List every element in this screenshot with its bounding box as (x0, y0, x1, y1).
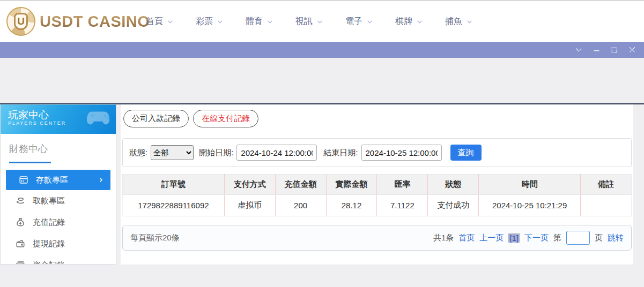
chevron-down-icon (366, 18, 373, 25)
sidebar-menu: 存款專區 取款專區 充值記錄 提現記錄 資金記錄 (1, 170, 116, 265)
sidebar-item-withdraw[interactable]: 取款專區 (1, 190, 116, 212)
logo-monogram: U (14, 13, 28, 30)
pagination-bar: 每頁顯示20條 共1条 首页 上一页 [1] 下一页 第 页 跳转 (122, 225, 632, 251)
table-cell-pay-method: 虚拟币 (224, 195, 275, 216)
search-button[interactable]: 查詢 (450, 145, 482, 161)
page-size-text: 每頁顯示20條 (130, 233, 180, 243)
prev-page-link[interactable]: 上一页 (479, 233, 504, 243)
nav-item-board-games[interactable]: 棋牌 (395, 16, 423, 27)
table-header-cell: 備註 (581, 175, 632, 195)
chevron-down-icon (217, 18, 224, 25)
sidebar-item-label: 提現記錄 (33, 239, 65, 249)
table-header-cell: 匯率 (377, 175, 428, 195)
chevron-down-icon (267, 18, 273, 25)
jump-prefix-text: 第 (553, 233, 561, 243)
chevron-down-icon (466, 18, 473, 25)
minimize-icon[interactable] (593, 46, 601, 54)
status-label: 狀態: (129, 148, 147, 158)
logo-text: USDT CASINO (40, 13, 150, 31)
sidebar-item-recharge-records[interactable]: 充值記錄 (1, 212, 116, 233)
nav-item-label: 電子 (345, 16, 362, 27)
main-panel: 公司入款記錄 在線支付記錄 狀態: 全部 開始日期: 結束日期: 查詢 (121, 104, 633, 265)
table-cell-actual-amount: 28.12 (326, 195, 377, 216)
table-cell-rate: 7.1122 (377, 195, 428, 216)
table-header-cell: 支付方式 (224, 175, 275, 195)
table-header-cell: 充值金額 (275, 175, 326, 195)
screen: U USDT CASINO 首頁 彩票 體育 視訊 電子 (0, 0, 644, 287)
tab-label: 在線支付記錄 (202, 114, 250, 124)
chevron-down-icon (316, 18, 323, 25)
chevron-right-icon (98, 177, 104, 183)
withdrawal-wallet-icon (16, 239, 25, 248)
withdraw-hand-icon (16, 196, 25, 206)
table-cell-status: 支付成功 (428, 195, 479, 216)
record-tabs: 公司入款記錄 在線支付記錄 (123, 110, 258, 127)
first-page-link[interactable]: 首页 (458, 233, 475, 243)
logo-ball-icon: U (6, 7, 35, 36)
sidebar-item-label: 充值記錄 (33, 217, 65, 228)
main-nav: 首頁 彩票 體育 視訊 電子 棋牌 (146, 1, 473, 42)
table-header-cell: 時間 (479, 175, 581, 195)
chevron-down-icon (167, 18, 174, 25)
section-title: 財務中心 (9, 142, 107, 155)
close-icon[interactable] (628, 46, 636, 54)
table-cell-time: 2024-10-25 10:21:29 (479, 195, 581, 216)
maximize-icon[interactable] (610, 46, 618, 54)
end-date-input[interactable] (361, 145, 442, 161)
sidebar-header: 玩家中心 PLAYERS CENTER (1, 104, 116, 134)
end-date-label: 結束日期: (323, 148, 358, 158)
nav-item-label: 體育 (246, 16, 263, 27)
nav-item-label: 捕魚 (445, 16, 462, 27)
pager: 共1条 首页 上一页 [1] 下一页 第 页 跳转 (433, 231, 624, 245)
logo[interactable]: U USDT CASINO (6, 7, 150, 36)
status-select[interactable]: 全部 (151, 145, 194, 160)
filter-bar: 狀態: 全部 開始日期: 結束日期: 查詢 (122, 138, 632, 167)
nav-item-sports[interactable]: 體育 (246, 16, 273, 27)
start-date-input[interactable] (236, 145, 317, 161)
deposit-card-icon (19, 175, 28, 185)
total-count-text: 共1条 (433, 233, 454, 243)
table-cell-order-no: 1729822889116092 (123, 195, 225, 216)
tab-online-payment-records[interactable]: 在線支付記錄 (193, 110, 258, 127)
next-page-link[interactable]: 下一页 (524, 233, 549, 243)
site-header: U USDT CASINO 首頁 彩票 體育 視訊 電子 (0, 1, 644, 42)
chevron-down-icon[interactable] (574, 46, 583, 54)
table-header-cell: 訂單號 (123, 175, 225, 195)
jump-button[interactable]: 跳转 (608, 233, 624, 243)
nav-item-lottery[interactable]: 彩票 (196, 16, 224, 27)
sidebar-item-label: 存款專區 (36, 175, 68, 185)
records-table-wrap: 訂單號 支付方式 充值金額 實際金額 匯率 狀態 時間 備註 172982288… (122, 174, 632, 216)
nav-item-home[interactable]: 首頁 (146, 16, 174, 27)
table-header-cell: 狀態 (428, 175, 479, 195)
table-row: 1729822889116092 虚拟币 200 28.12 7.1122 支付… (123, 195, 632, 216)
tab-company-deposit-records[interactable]: 公司入款記錄 (123, 110, 189, 127)
tab-label: 公司入款記錄 (132, 114, 180, 124)
nav-item-live-video[interactable]: 視訊 (295, 16, 323, 27)
table-cell-remark (581, 195, 632, 216)
chevron-down-icon (416, 18, 423, 25)
gamepad-icon (86, 109, 110, 127)
table-header-row: 訂單號 支付方式 充值金額 實際金額 匯率 狀態 時間 備註 (123, 175, 632, 195)
jump-suffix-text: 页 (595, 233, 603, 243)
sidebar-item-funds-records[interactable]: 資金記錄 (1, 254, 116, 265)
funds-cash-icon (16, 260, 25, 265)
nav-item-label: 彩票 (196, 16, 213, 27)
sidebar: 玩家中心 PLAYERS CENTER 財務中心 存款專區 取款專區 充值記錄 (0, 104, 116, 265)
nav-item-label: 視訊 (295, 16, 313, 27)
sidebar-section-header: 財務中心 (1, 134, 116, 163)
nav-item-label: 棋牌 (395, 16, 412, 27)
sidebar-item-label: 資金記錄 (33, 260, 65, 265)
sidebar-item-deposit[interactable]: 存款專區 (6, 170, 110, 190)
window-titlebar (0, 42, 644, 58)
nav-item-fishing[interactable]: 捕魚 (445, 16, 473, 27)
page-jump-input[interactable] (566, 231, 590, 245)
records-table: 訂單號 支付方式 充值金額 實際金額 匯率 狀態 時間 備註 172982288… (122, 174, 632, 216)
sidebar-item-withdrawal-records[interactable]: 提現記錄 (1, 233, 116, 254)
nav-item-label: 首頁 (146, 16, 163, 27)
recharge-bag-icon (16, 217, 25, 227)
nav-item-slots[interactable]: 電子 (345, 16, 373, 27)
sidebar-item-label: 取款專區 (33, 196, 65, 206)
start-date-label: 開始日期: (199, 148, 233, 158)
current-page-indicator[interactable]: [1] (508, 233, 520, 243)
table-cell-recharge-amount: 200 (275, 195, 326, 216)
